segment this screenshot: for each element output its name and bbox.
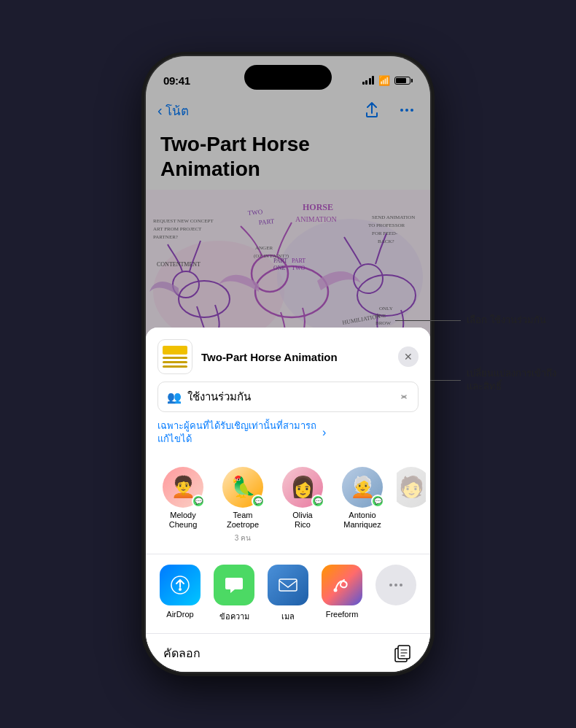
person-avatar-zoetrope: 🦜 💬: [222, 467, 263, 508]
message-badge-zoetrope: 💬: [252, 495, 265, 508]
person-avatar-antonio: 🧑‍🦳 💬: [342, 467, 383, 508]
collab-subtitle-arrow-icon: ›: [322, 426, 326, 439]
message-badge-antonio: 💬: [371, 495, 384, 508]
collab-dropdown-label: ใช้งานร่วมกัน: [187, 388, 393, 406]
dynamic-island: [244, 65, 332, 90]
status-icons: 📶: [362, 75, 413, 86]
person-name-olivia: OliviaRico: [292, 511, 313, 530]
person-team-zoetrope[interactable]: 🦜 💬 Team Zoetrope 3 คน: [217, 467, 268, 543]
mail-app-icon: [268, 565, 308, 605]
svg-point-39: [394, 584, 397, 586]
messages-app-name: ข้อความ: [219, 610, 249, 623]
battery-icon: [394, 77, 413, 85]
status-time: 09:41: [163, 74, 190, 87]
message-badge-melody: 💬: [192, 495, 205, 508]
person-avatar-partial: 🧑: [397, 467, 426, 508]
freeform-app-icon: [322, 565, 362, 605]
phone-frame: 09:41 📶 ‹ โน: [146, 56, 430, 672]
people-row: 🧑‍🦱 💬 MelodyCheung 🦜 💬 Team Zoetrope 3 ค…: [146, 457, 430, 554]
collab-dropdown[interactable]: 👥 ใช้งานร่วมกัน: [157, 382, 419, 412]
svg-point-37: [334, 589, 338, 592]
airdrop-app-name: AirDrop: [166, 610, 193, 619]
bottom-bar: คัดลอก: [146, 634, 430, 672]
svg-point-38: [389, 584, 392, 586]
dropdown-chevron-icon: [399, 392, 409, 402]
person-name-zoetrope: Team Zoetrope: [217, 511, 268, 530]
svg-rect-36: [279, 579, 297, 591]
message-badge-olivia: 💬: [311, 495, 324, 508]
signal-bars-icon: [362, 76, 375, 85]
freeform-app-name: Freeform: [326, 610, 359, 619]
notes-app-icon: [157, 339, 192, 374]
more-apps-icon: [375, 565, 416, 605]
collab-note-info: Two-Part Horse Animation: [157, 339, 338, 374]
svg-point-40: [400, 584, 402, 586]
person-avatar-melody: 🧑‍🦱 💬: [163, 467, 203, 508]
freeform-app-item[interactable]: Freeform: [317, 565, 367, 623]
person-partial[interactable]: 🧑: [397, 467, 426, 543]
collab-note-title: Two-Part Horse Animation: [201, 351, 338, 363]
airdrop-app-icon: [160, 565, 201, 605]
messages-app-item[interactable]: ข้อความ: [209, 565, 259, 623]
close-button[interactable]: ✕: [398, 346, 419, 367]
collab-subtitle-row[interactable]: เฉพาะผู้คนที่ได้รับเชิญเท่านั้นที่สามารถ…: [157, 419, 419, 456]
share-overlay: Two-Part Horse Animation ✕ 👥 ใช้งานร่วมก…: [146, 56, 430, 672]
collab-header: Two-Part Horse Animation ✕ 👥 ใช้งานร่วมก…: [146, 328, 430, 456]
annotation-2-text: เปลี่ยนแปลงการเข้าถึง และสิทธิ์: [467, 367, 561, 393]
person-count-zoetrope: 3 คน: [235, 533, 251, 543]
more-apps-item[interactable]: [371, 565, 421, 623]
mail-app-item[interactable]: เมล: [263, 565, 313, 623]
share-sheet: Two-Part Horse Animation ✕ 👥 ใช้งานร่วมก…: [146, 328, 430, 672]
svg-point-35: [179, 588, 182, 591]
messages-app-icon: [214, 565, 254, 605]
person-name-melody: MelodyCheung: [169, 511, 198, 530]
copy-icon[interactable]: [392, 643, 413, 663]
copy-label[interactable]: คัดลอก: [163, 644, 201, 662]
person-antonio[interactable]: 🧑‍🦳 💬 AntonioManriquez: [337, 467, 388, 543]
person-olivia[interactable]: 👩 💬 OliviaRico: [277, 467, 328, 543]
collab-subtitle-text: เฉพาะผู้คนที่ได้รับเชิญเท่านั้นที่สามารถ…: [157, 419, 316, 446]
collab-title-row: Two-Part Horse Animation ✕: [157, 339, 419, 374]
person-avatar-olivia: 👩 💬: [282, 467, 323, 508]
airdrop-app-item[interactable]: AirDrop: [155, 565, 205, 623]
person-name-antonio: AntonioManriquez: [343, 511, 381, 530]
svg-rect-42: [398, 646, 410, 659]
mail-app-name: เมล: [281, 610, 295, 623]
app-row: AirDrop ข้อความ: [146, 554, 430, 634]
wifi-icon: 📶: [378, 75, 390, 86]
collab-people-icon: 👥: [167, 390, 182, 404]
annotation-1-text: เลือก ใช้งานร่วมกัน: [467, 314, 546, 327]
person-melody[interactable]: 🧑‍🦱 💬 MelodyCheung: [157, 467, 209, 543]
